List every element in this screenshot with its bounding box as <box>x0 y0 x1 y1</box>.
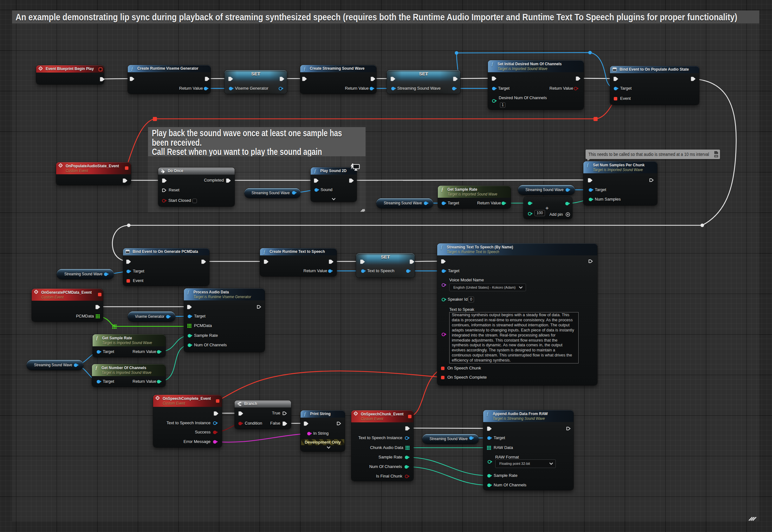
svg-text:1: 1 <box>161 169 163 171</box>
